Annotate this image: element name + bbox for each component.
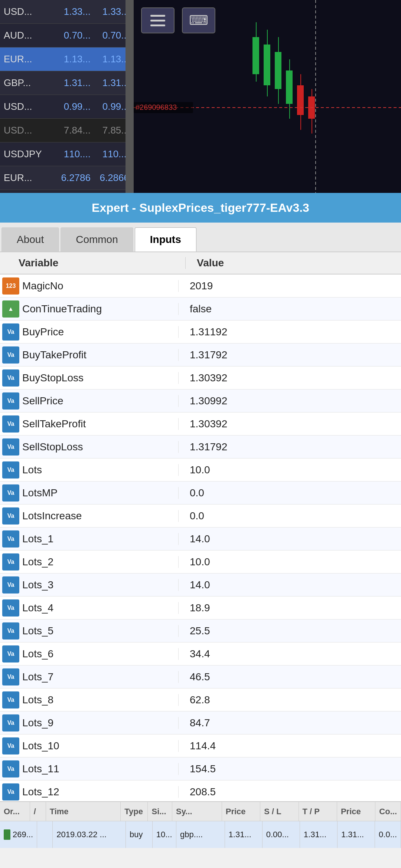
order-price: 1.31... — [225, 821, 263, 848]
table-row[interactable]: Va BuyPrice 1.31192 — [0, 320, 401, 343]
variable-value[interactable]: 0.0 — [178, 510, 401, 522]
header-variable: Variable — [0, 257, 186, 269]
table-row[interactable]: Va Lots 10.0 — [0, 458, 401, 481]
variable-name: Lots_1 — [22, 533, 178, 545]
table-row[interactable]: Va Lots_1 14.0 — [0, 527, 401, 550]
variable-value[interactable]: 14.0 — [178, 579, 401, 591]
table-row[interactable]: Va Lots_12 208.5 — [0, 780, 401, 803]
variable-value[interactable]: 46.5 — [178, 671, 401, 683]
market-row[interactable]: GBP... 1.31... 1.31... — [0, 71, 133, 95]
variable-value[interactable]: 84.7 — [178, 717, 401, 729]
taskbar-row[interactable]: 269... 2019.03.22 ... buy 10... gbp.... … — [0, 821, 401, 848]
table-row[interactable]: Va SellTakeProfit 1.30392 — [0, 412, 401, 435]
variable-value[interactable]: 1.31192 — [178, 326, 401, 338]
svg-text:#269096833: #269096833 — [136, 103, 177, 111]
type-icon-var: Va — [2, 530, 19, 548]
order-type: buy — [126, 821, 153, 848]
variable-value[interactable]: 10.0 — [178, 556, 401, 568]
table-row[interactable]: ▲ ConTinueTrading false — [0, 297, 401, 320]
type-icon-var: Va — [2, 484, 19, 502]
variable-value[interactable]: 0.0 — [178, 487, 401, 499]
variable-name: Lots_6 — [22, 648, 178, 660]
type-icon-var: Va — [2, 645, 19, 662]
variable-value[interactable]: 2019 — [178, 280, 401, 292]
variable-value[interactable]: 10.0 — [178, 464, 401, 476]
type-icon-var: Va — [2, 622, 19, 640]
table-row[interactable]: Va Lots_4 18.9 — [0, 596, 401, 619]
table-row[interactable]: Va Lots_9 84.7 — [0, 711, 401, 734]
type-icon-var: Va — [2, 415, 19, 433]
type-icon-bool: ▲ — [2, 300, 19, 318]
order-sl: 0.00... — [263, 821, 300, 848]
table-row[interactable]: Va BuyStopLoss 1.30392 — [0, 366, 401, 389]
table-row[interactable]: Va LotsMP 0.0 — [0, 481, 401, 504]
variable-name: Lots — [22, 464, 178, 476]
order-tp: 1.31... — [300, 821, 338, 848]
table-row[interactable]: 123 MagicNo 2019 — [0, 274, 401, 297]
variable-value[interactable]: 1.30392 — [178, 372, 401, 384]
table-row[interactable]: Va Lots_11 154.5 — [0, 757, 401, 780]
col-price: Price — [222, 802, 260, 821]
table-row[interactable]: Va LotsIncrease 0.0 — [0, 504, 401, 527]
tab-about[interactable]: About — [1, 227, 59, 251]
variable-name: BuyTakeProfit — [22, 349, 178, 361]
market-row[interactable]: USD... 1.33... 1.33... — [0, 0, 133, 24]
type-icon-var: Va — [2, 737, 19, 754]
tab-common[interactable]: Common — [61, 227, 133, 251]
col-size: Si... — [148, 802, 172, 821]
order-symbol: gbp.... — [176, 821, 225, 848]
tabs-bar: About Common Inputs — [0, 223, 401, 252]
market-row[interactable]: USD... 7.84... 7.85... — [0, 119, 133, 142]
variable-value[interactable]: 1.30992 — [178, 395, 401, 407]
type-icon-int: 123 — [2, 277, 19, 295]
variable-value[interactable]: 114.4 — [178, 740, 401, 752]
table-row[interactable]: Va SellStopLoss 1.31792 — [0, 435, 401, 458]
table-row[interactable]: Va Lots_5 25.5 — [0, 619, 401, 642]
expert-dialog: Expert - SuplexPrices_tiger777-EAv3.3 Ab… — [0, 193, 401, 842]
table-row[interactable]: Va BuyTakeProfit 1.31792 — [0, 343, 401, 366]
dialog-title: Expert - SuplexPrices_tiger777-EAv3.3 — [0, 193, 401, 223]
market-row[interactable]: USD... 6.7185 6.7203 — [0, 190, 133, 193]
variable-name: BuyPrice — [22, 326, 178, 338]
col-comment: Co... — [375, 802, 401, 821]
table-row[interactable]: Va Lots_10 114.4 — [0, 734, 401, 757]
col-current-price: Price — [337, 802, 375, 821]
variable-value[interactable]: 1.31792 — [178, 349, 401, 361]
variable-value[interactable]: 1.30392 — [178, 418, 401, 430]
variable-value[interactable]: 18.9 — [178, 602, 401, 614]
variable-value[interactable]: 34.4 — [178, 648, 401, 660]
chart-area: USD... 1.33... 1.33... AUD... 0.70... 0.… — [0, 0, 401, 193]
variable-value[interactable]: 25.5 — [178, 625, 401, 637]
variable-value[interactable]: 154.5 — [178, 763, 401, 775]
order-size: 10... — [153, 821, 176, 848]
table-row[interactable]: Va Lots_3 14.0 — [0, 573, 401, 596]
type-icon-var: Va — [2, 599, 19, 617]
table-row[interactable]: Va Lots_7 46.5 — [0, 665, 401, 688]
buy-icon — [4, 829, 10, 840]
table-row[interactable]: Va Lots_8 62.8 — [0, 688, 401, 711]
type-icon-var: Va — [2, 760, 19, 777]
table-row[interactable]: Va Lots_2 10.0 — [0, 550, 401, 573]
market-row-selected[interactable]: EUR... 1.13... 1.13... — [0, 47, 133, 71]
table-row[interactable]: Va SellPrice 1.30992 — [0, 389, 401, 412]
variable-value[interactable]: 208.5 — [178, 786, 401, 798]
svg-rect-3 — [264, 45, 270, 85]
svg-rect-9 — [297, 85, 304, 115]
order-time: 2019.03.22 ... — [53, 821, 126, 848]
variable-value[interactable]: 14.0 — [178, 533, 401, 545]
variable-value[interactable]: false — [178, 303, 401, 315]
variable-name: SellStopLoss — [22, 441, 178, 453]
variable-value[interactable]: 62.8 — [178, 694, 401, 706]
market-row[interactable]: EUR... 6.2786 6.2866 — [0, 166, 133, 190]
tab-inputs[interactable]: Inputs — [135, 227, 196, 251]
variable-name: BuyStopLoss — [22, 372, 178, 384]
market-row[interactable]: USDJPY 110.... 110.... — [0, 142, 133, 166]
market-row[interactable]: USD... 0.99... 0.99... — [0, 95, 133, 119]
order-comment: 0.0... — [375, 821, 401, 848]
variable-value[interactable]: 1.31792 — [178, 441, 401, 453]
variable-name: Lots_8 — [22, 694, 178, 706]
type-icon-var: Va — [2, 576, 19, 594]
variable-name: LotsIncrease — [22, 510, 178, 522]
market-row[interactable]: AUD... 0.70... 0.70... — [0, 24, 133, 47]
table-row[interactable]: Va Lots_6 34.4 — [0, 642, 401, 665]
